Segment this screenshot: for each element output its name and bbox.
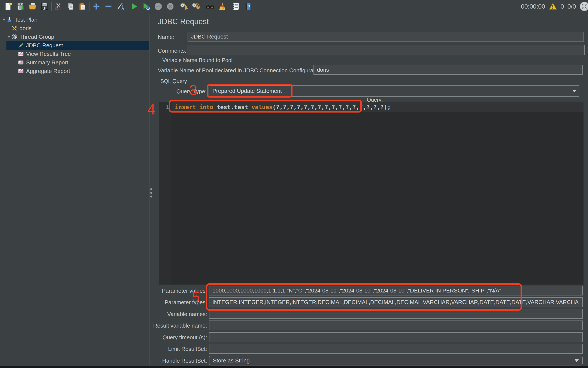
test-plan-tree: Test PlandorisThread GroupJDBC RequestVi… — [0, 14, 149, 366]
elapsed-time: 00:00:00 — [521, 3, 545, 10]
svg-text:STOP: STOP — [155, 5, 161, 8]
tree-item-jdbc-request[interactable]: JDBC Request — [0, 41, 149, 50]
jmeter-window: STOP? 00:00:00 0 0/0 Test PlandorisThrea… — [0, 0, 588, 368]
sql-groupbox-label: SQL Query — [159, 78, 189, 84]
toolbar-group: STOP — [127, 2, 177, 11]
tree-item-test-plan[interactable]: Test Plan — [0, 15, 149, 24]
pool-variable-label: Variable Name of Pool declared in JDBC C… — [158, 67, 324, 74]
jdbc-request-icon — [18, 42, 24, 48]
query-label: Query: — [367, 97, 383, 103]
tree-item-label: View Results Tree — [26, 51, 71, 57]
sql-groupbox-line — [159, 81, 586, 81]
toolbar-group — [89, 2, 127, 11]
clear-all-icon[interactable] — [191, 2, 201, 11]
limit-resultset-input[interactable] — [209, 344, 583, 354]
sql-query-editor[interactable]: 1 insert into test.test values(?,?,?,?,?… — [159, 102, 584, 285]
pool-groupbox-label: Variable Name Bound to Pool — [160, 57, 235, 63]
result-variable-name-label: Result variable name: — [148, 322, 207, 329]
tree-item-label: JDBC Request — [26, 42, 63, 49]
toolbar-group — [2, 2, 51, 11]
limit-resultset-label: Limit ResultSet: — [148, 346, 207, 352]
expand-arrow-icon[interactable] — [7, 36, 11, 38]
query-type-label: Query Type: — [159, 88, 207, 95]
query-type-dropdown[interactable]: Prepared Update Statement — [209, 85, 580, 97]
tree-item-label: Thread Group — [19, 34, 54, 40]
name-label: Name: — [158, 34, 174, 40]
stop-icon[interactable]: STOP — [153, 2, 163, 11]
sql-segment-plain: (?,?,?,?,?,?,?,?,?,?,?,?,?,?,?,?); — [272, 104, 391, 110]
thread-group-icon — [11, 34, 18, 40]
name-input[interactable] — [188, 32, 584, 42]
handle-resultset-label: Handle ResultSet: — [148, 358, 207, 364]
splitter-grip-icon[interactable] — [150, 188, 152, 197]
sql-segment-keyword: values — [252, 104, 273, 110]
add-icon[interactable] — [92, 2, 101, 11]
comments-label: Comments: — [158, 47, 186, 54]
open-file-icon[interactable] — [28, 2, 37, 11]
shutdown-icon[interactable] — [166, 2, 175, 11]
query-timeout-input[interactable] — [209, 332, 583, 342]
jdbc-config-icon — [11, 25, 18, 31]
sql-segment-keyword: insert into — [175, 104, 213, 110]
listener-icon — [18, 51, 24, 57]
comments-input[interactable] — [187, 45, 585, 55]
cut-icon[interactable] — [54, 2, 63, 11]
save-icon[interactable] — [40, 2, 49, 11]
tree-item-label: Test Plan — [15, 17, 38, 23]
parameter-values-label: Parameter values: — [148, 287, 207, 294]
test-plan-icon — [6, 17, 13, 23]
help-icon[interactable]: ? — [243, 2, 253, 11]
chevron-down-icon — [575, 359, 579, 362]
parameter-values-input[interactable] — [209, 286, 583, 295]
handle-resultset-value: Store as String — [213, 357, 250, 364]
parameter-types-input[interactable] — [209, 297, 583, 307]
sql-segment-plain: test.test — [213, 104, 252, 110]
toolbar: STOP? 00:00:00 0 0/0 — [0, 0, 588, 13]
reset-search-icon[interactable] — [217, 2, 227, 11]
editor-gutter: 1 — [159, 102, 171, 285]
status-area: 00:00:00 0 0/0 — [521, 1, 588, 11]
listener-icon — [18, 59, 24, 65]
tree-item-label: Summary Report — [26, 59, 68, 66]
query-type-value: Prepared Update Statement — [212, 88, 282, 94]
toolbar-group — [52, 2, 89, 11]
warning-icon[interactable] — [549, 2, 557, 11]
chevron-down-icon — [572, 90, 577, 92]
page-title: JDBC Request — [158, 17, 209, 26]
warning-count: 0 — [560, 3, 564, 10]
sql-statement[interactable]: insert into test.test values(?,?,?,?,?,?… — [175, 102, 391, 112]
toolbar-group: ? — [229, 2, 255, 11]
templates-icon[interactable] — [16, 2, 25, 11]
query-timeout-label: Query timeout (s): — [148, 334, 207, 341]
search-icon[interactable] — [205, 2, 215, 11]
expand-arrow-icon[interactable] — [2, 18, 6, 21]
svg-text:?: ? — [247, 4, 250, 9]
variable-names-label: Variable names: — [148, 311, 207, 318]
threads-indicator-icon — [579, 1, 588, 11]
new-file-icon[interactable] — [4, 2, 13, 11]
tree-item-label: Aggregate Report — [26, 68, 70, 74]
copy-icon[interactable] — [66, 2, 75, 11]
clear-icon[interactable] — [180, 2, 189, 11]
listener-icon — [18, 68, 24, 74]
function-helper-icon[interactable] — [231, 2, 241, 11]
result-variable-name-input[interactable] — [209, 321, 583, 330]
start-no-pauses-icon[interactable] — [142, 2, 151, 11]
tree-item-view-results-tree[interactable]: View Results Tree — [0, 50, 149, 58]
tree-item-summary-report[interactable]: Summary Report — [0, 58, 149, 67]
toolbar-group — [177, 2, 203, 11]
tree-item-aggregate-report[interactable]: Aggregate Report — [0, 67, 149, 75]
remove-icon[interactable] — [104, 2, 113, 11]
tree-item-thread-group[interactable]: Thread Group — [0, 33, 149, 41]
variable-names-input[interactable] — [209, 309, 583, 319]
line-number: 1 — [166, 104, 169, 110]
pool-variable-input[interactable] — [313, 65, 583, 75]
handle-resultset-dropdown[interactable]: Store as String — [209, 356, 583, 365]
tree-item-label: doris — [19, 25, 31, 32]
toolbar-group — [203, 2, 229, 11]
start-icon[interactable] — [130, 2, 139, 11]
tree-item-doris[interactable]: doris — [0, 24, 149, 33]
thread-count: 0/0 — [568, 3, 576, 10]
toggle-icon[interactable] — [116, 2, 125, 11]
paste-icon[interactable] — [78, 2, 87, 11]
